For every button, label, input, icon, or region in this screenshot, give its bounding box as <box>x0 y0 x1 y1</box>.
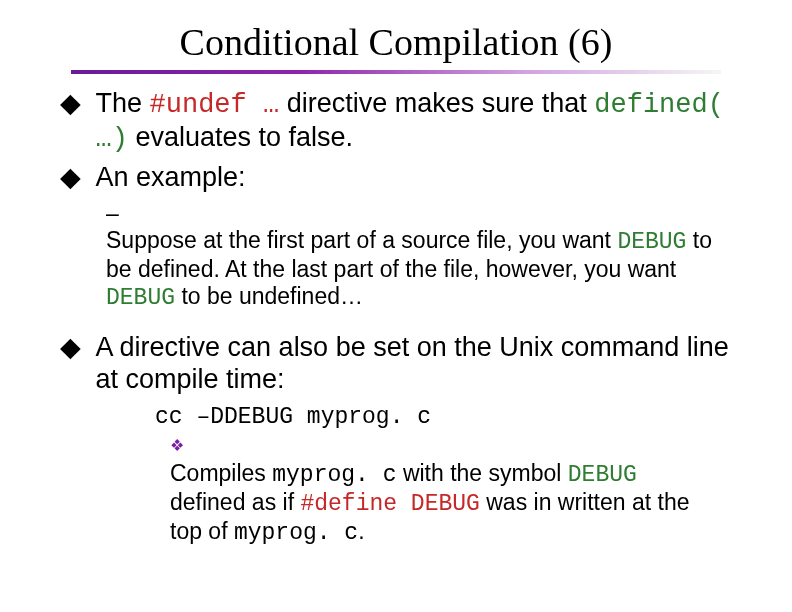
bullet-4: ◆ A directive can also be set on the Uni… <box>60 332 742 396</box>
code-debug: DEBUG <box>617 229 686 255</box>
code-undef: #undef … <box>150 90 280 120</box>
slide-title: Conditional Compilation (6) <box>50 20 742 64</box>
bullet-2-text: An example: <box>96 162 742 194</box>
code-debug: DEBUG <box>106 285 175 311</box>
code-cmd: cc –DDEBUG myprog. c <box>155 404 431 430</box>
slide-content: ◆ The #undef … directive makes sure that… <box>50 88 742 547</box>
bullet-1-text: The #undef … directive makes sure that d… <box>96 88 742 156</box>
text: Suppose at the first part of a source fi… <box>106 227 617 253</box>
text: with the symbol <box>397 460 568 486</box>
text: directive makes sure that <box>279 88 594 118</box>
text: defined as if <box>170 489 300 515</box>
bullet-3-text: Suppose at the first part of a source fi… <box>106 227 714 312</box>
spacer <box>50 322 742 332</box>
code-debug: DEBUG <box>568 462 637 488</box>
dash-icon: – <box>106 200 128 227</box>
text: . <box>358 518 364 544</box>
title-divider <box>71 70 721 74</box>
bullet-5: cc –DDEBUG myprog. c <box>155 402 742 431</box>
bullet-4-text: A directive can also be set on the Unix … <box>96 332 742 396</box>
code-define: #define DEBUG <box>300 491 479 517</box>
slide: Conditional Compilation (6) ◆ The #undef… <box>0 0 792 612</box>
bullet-1: ◆ The #undef … directive makes sure that… <box>60 88 742 156</box>
diamond-icon: ◆ <box>60 332 88 364</box>
bullet-2: ◆ An example: <box>60 162 742 194</box>
text: The <box>96 88 150 118</box>
bullet-3: – Suppose at the first part of a source … <box>106 200 742 313</box>
diamond-icon: ◆ <box>60 88 88 120</box>
sub-diamond-icon: ❖ <box>170 433 190 456</box>
text: Compiles <box>170 460 272 486</box>
text: evaluates to false. <box>128 122 353 152</box>
bullet-6: ❖ Compiles myprog. c with the symbol DEB… <box>170 433 742 548</box>
bullet-6-text: Compiles myprog. c with the symbol DEBUG… <box>170 460 716 547</box>
text: to be undefined… <box>175 283 363 309</box>
diamond-icon: ◆ <box>60 162 88 194</box>
code-myprog: myprog. c <box>272 462 396 488</box>
code-myprog: myprog. c <box>234 520 358 546</box>
